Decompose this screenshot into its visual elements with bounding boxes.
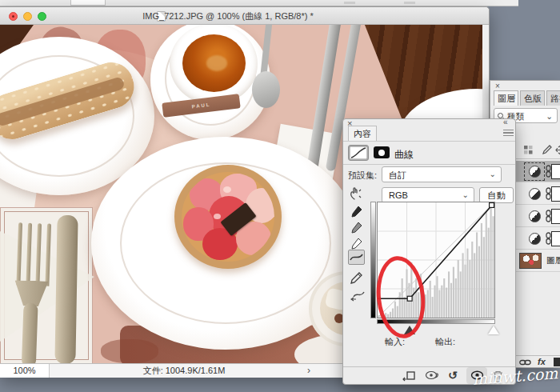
edit-points-tool-icon[interactable] <box>348 250 365 265</box>
link-mask-icon <box>546 165 551 178</box>
file-size-info: 文件: 1004.9K/1.61M <box>88 364 280 378</box>
auto-button[interactable]: 自動 <box>479 187 514 203</box>
tea-reflection <box>206 55 227 71</box>
output-label: 輸出: <box>435 336 455 348</box>
preset-value: 自訂 <box>389 170 406 182</box>
status-menu-chevron[interactable]: › <box>307 364 310 377</box>
tab-paths[interactable]: 路徑 <box>546 90 560 106</box>
black-point-eyedropper-icon[interactable] <box>350 205 363 218</box>
gray-point-eyedropper-icon[interactable] <box>350 221 363 234</box>
view-previous-state-icon[interactable] <box>425 370 438 382</box>
layer-mask-thumbnail[interactable] <box>551 231 560 246</box>
fork-bottom-left <box>12 222 57 363</box>
knife-bottom-left <box>54 215 78 363</box>
link-mask-icon <box>546 210 551 222</box>
preset-label: 預設集: <box>348 170 377 182</box>
curves-adjustment-icon[interactable] <box>348 145 369 161</box>
options-input-fragment[interactable] <box>70 0 106 6</box>
zoom-level-field[interactable]: 100% <box>0 364 50 378</box>
channel-select[interactable]: RGB ⌄ <box>382 187 474 203</box>
link-layers-icon[interactable] <box>519 358 531 366</box>
panel-menu-icon[interactable] <box>503 130 514 137</box>
white-point-eyedropper-icon[interactable] <box>350 237 363 250</box>
tab-layers[interactable]: 圖層 <box>494 90 518 106</box>
white-point-slider[interactable] <box>488 326 499 334</box>
picker-icon <box>498 113 503 118</box>
adjustment-layer-icon <box>529 233 541 245</box>
channel-value: RGB <box>389 190 408 200</box>
tea-spoon-handle <box>260 25 274 78</box>
divider <box>343 366 515 367</box>
layer-mask-thumbnail[interactable] <box>551 164 560 179</box>
chevron-down-icon: ⌄ <box>490 170 496 178</box>
collapse-panel-icon[interactable]: « <box>503 118 507 126</box>
options-divider <box>344 2 355 4</box>
magazine-illustration <box>101 339 158 363</box>
smooth-curve-icon[interactable] <box>350 289 363 302</box>
tab-channels[interactable]: 色版 <box>520 90 545 106</box>
adjustment-layer-icon <box>529 188 541 200</box>
tab-properties[interactable]: 內容 <box>348 126 377 142</box>
divider <box>343 141 515 142</box>
document-title: IMG_7212.JPG @ 100% (曲線 1, RGB/8*) * <box>0 10 456 22</box>
filter-adjustment-layers-icon[interactable] <box>542 145 552 155</box>
layer-mask-thumbnail[interactable] <box>551 186 560 202</box>
link-mask-icon <box>546 187 551 200</box>
layer-mask-thumbnail[interactable] <box>551 209 560 224</box>
chevron-down-icon: ⌄ <box>546 109 553 123</box>
title-bar[interactable]: IMG_7212.JPG @ 100% (曲線 1, RGB/8*) * <box>0 7 489 25</box>
tea-spoon <box>252 71 280 108</box>
options-divider <box>404 2 415 4</box>
mask-icon[interactable] <box>374 146 390 158</box>
adjustment-title: 曲線 <box>394 148 414 162</box>
layers-panel-close-icon[interactable]: × <box>495 82 500 90</box>
preset-select[interactable]: 自訂 ⌄ <box>382 166 502 182</box>
output-gradient-strip <box>370 202 376 318</box>
adjustment-layer-icon <box>529 166 541 178</box>
filter-pixel-layers-icon[interactable] <box>523 145 534 155</box>
background-layer-thumbnail[interactable] <box>519 253 542 269</box>
targeted-adjustment-tool-icon[interactable] <box>349 186 363 201</box>
pencil-tool-icon[interactable] <box>350 271 363 284</box>
filter-type-layers-icon[interactable] <box>555 145 560 155</box>
clip-to-layer-icon[interactable] <box>402 370 415 382</box>
background-layer-name: 圖層 <box>546 255 560 266</box>
link-mask-icon <box>546 232 551 245</box>
reset-adjustment-icon[interactable]: ↺ <box>448 370 461 382</box>
divider <box>343 164 515 165</box>
chevron-down-icon: ⌄ <box>462 190 469 199</box>
properties-panel: × « 內容 曲線 預設集: 自訂 ⌄ RGB ⌄ 自動 輸入: <box>342 118 516 385</box>
options-bar-strip <box>0 0 518 6</box>
adjustment-layer-icon <box>529 210 541 222</box>
